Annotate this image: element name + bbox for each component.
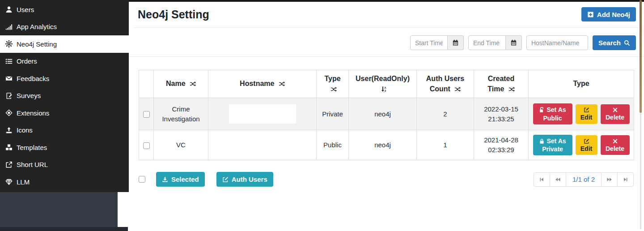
shuffle-icon	[508, 86, 515, 92]
page-indicator: 1/1 of 2	[566, 172, 602, 187]
scrollbar-thumb[interactable]	[640, 0, 642, 113]
sidebar-item-orders[interactable]: Orders	[0, 53, 129, 70]
prev-page-button[interactable]	[550, 172, 566, 187]
selected-button-label: Selected	[171, 175, 199, 183]
auth-users-button[interactable]: Auth Users	[216, 172, 273, 187]
select-all-checkbox[interactable]	[139, 176, 145, 183]
action-button-label: Delete	[606, 114, 624, 121]
sidebar-item-surveys[interactable]: Surveys	[0, 87, 129, 105]
x-icon	[612, 138, 618, 144]
start-time-calendar-button[interactable]	[448, 35, 464, 50]
plus-square-icon	[587, 11, 594, 18]
table-row: VCPublicneo4j12021-04-28 02:33:29Set As …	[139, 130, 634, 160]
column-header-name-1[interactable]: Name	[154, 70, 208, 98]
column-header-auth-users-count-5[interactable]: Auth Users Count	[417, 70, 474, 98]
created-time-cell: 2021-04-28 02:33:29	[474, 130, 529, 160]
gear-icon	[5, 40, 13, 47]
created-time-cell: 2022-03-15 21:33:25	[474, 98, 529, 130]
edit-icon	[222, 176, 229, 183]
action-button-label: Delete	[606, 145, 624, 152]
column-header-user-readonly-4[interactable]: User(ReadOnly) AZ	[349, 70, 417, 98]
fast-backward-icon	[555, 177, 560, 182]
add-neo4j-button-label: Add Neo4j	[597, 11, 630, 18]
action-button-label: Set As Public	[543, 106, 566, 121]
templates-icon	[5, 144, 13, 151]
edit-button[interactable]: Edit	[576, 135, 597, 155]
sidebar-item-feedbacks[interactable]: Feedbacks	[0, 70, 129, 87]
sidebar-item-label: Users	[17, 6, 34, 13]
end-time-input[interactable]	[468, 35, 506, 50]
sidebar-item-icons[interactable]: Icons	[0, 122, 129, 139]
surveys-icon	[5, 92, 13, 99]
row-checkbox[interactable]	[143, 142, 150, 149]
shuffle-icon	[279, 81, 285, 87]
app-window: UsersApp AnalyticsNeo4j SettingOrdersFee…	[0, 0, 644, 231]
auth-users-button-label: Auth Users	[232, 175, 267, 183]
user-cell: neo4j	[349, 130, 417, 160]
selected-button[interactable]: Selected	[156, 172, 205, 187]
edit-button[interactable]: Edit	[576, 104, 597, 124]
user-cell: neo4j	[349, 98, 417, 130]
sidebar-item-label: Feedbacks	[17, 75, 49, 82]
sidebar-bottom-strip	[0, 227, 128, 231]
shuffle-icon	[190, 81, 196, 87]
edit-icon	[584, 107, 589, 113]
end-time-calendar-button[interactable]	[506, 35, 522, 50]
sidebar-item-label: LLM	[17, 178, 30, 186]
action-button-label: Set As Private	[542, 137, 566, 153]
search-icon	[624, 40, 630, 46]
delete-button[interactable]: Delete	[601, 104, 630, 124]
sidebar-item-neo4j-setting[interactable]: Neo4j Setting	[0, 35, 129, 53]
calendar-icon	[452, 39, 459, 46]
short-url-icon	[5, 161, 13, 168]
checkbox-cell	[139, 130, 154, 160]
column-header-type-3[interactable]: Type	[317, 70, 349, 98]
add-neo4j-button[interactable]: Add Neo4j	[581, 7, 636, 21]
name-cell: VC	[154, 130, 208, 160]
lock-icon	[539, 138, 545, 144]
start-time-input[interactable]	[410, 35, 448, 50]
sidebar-item-label: Orders	[17, 57, 37, 65]
column-label: Type	[324, 75, 340, 82]
sidebar-item-short-url[interactable]: Short URL	[0, 156, 129, 174]
column-label: Type	[573, 80, 589, 87]
icons-icon	[5, 127, 13, 134]
end-time-group	[468, 35, 522, 50]
last-page-button[interactable]	[617, 172, 634, 187]
sidebar-menu: UsersApp AnalyticsNeo4j SettingOrdersFee…	[0, 0, 129, 192]
column-header-hostname-2[interactable]: Hostname	[208, 70, 317, 98]
delete-button[interactable]: Delete	[601, 135, 630, 155]
x-icon	[612, 107, 618, 113]
download-icon	[162, 176, 168, 183]
neo4j-table-wrap: Name Hostname Type User(ReadOnly) AZAuth…	[139, 70, 634, 160]
column-header-created-time-6[interactable]: Created Time	[474, 70, 529, 98]
orders-icon	[5, 58, 13, 65]
sidebar-item-app-analytics[interactable]: App Analytics	[0, 18, 129, 36]
hostname-cell	[208, 98, 317, 130]
search-button[interactable]: Search	[593, 35, 636, 50]
svg-text:A: A	[384, 86, 386, 89]
sort-alpha-icon: AZ	[381, 86, 387, 92]
action-button-label: Edit	[580, 114, 592, 121]
filter-bar: Search	[129, 28, 644, 57]
hostname-search-input[interactable]	[526, 35, 588, 50]
set-as-public-button[interactable]: Set As Public	[533, 103, 572, 124]
column-header-checkbox	[139, 70, 154, 98]
main-panel: Neo4j Setting Add Neo4j Search	[118, 0, 644, 231]
sidebar-item-label: Icons	[17, 126, 33, 134]
sidebar-item-llm[interactable]: LLM	[0, 173, 129, 191]
analytics-icon	[5, 23, 13, 30]
calendar-icon	[510, 39, 517, 46]
page-title: Neo4j Setting	[138, 8, 209, 21]
sidebar-item-templates[interactable]: Templates	[0, 139, 129, 156]
sidebar-item-users[interactable]: Users	[0, 1, 129, 18]
step-backward-icon	[539, 177, 544, 182]
row-checkbox[interactable]	[143, 111, 150, 118]
sidebar-item-extensions[interactable]: Extensions	[0, 104, 129, 122]
next-page-button[interactable]	[601, 172, 618, 187]
column-label: Hostname	[240, 80, 274, 87]
sidebar-item-label: Extensions	[17, 109, 49, 117]
set-as-private-button[interactable]: Set As Private	[533, 135, 572, 155]
llm-icon	[5, 178, 13, 185]
first-page-button[interactable]	[534, 172, 550, 187]
